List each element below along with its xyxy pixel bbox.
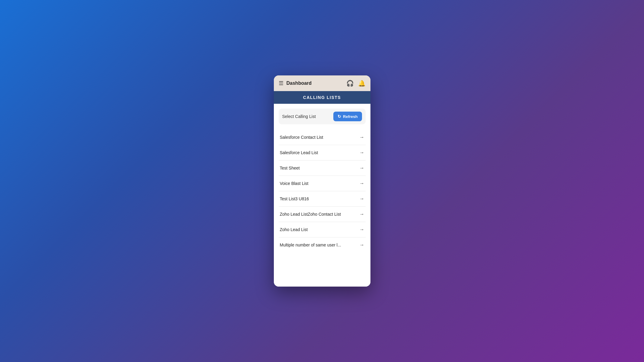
list-item[interactable]: Voice Blast List→ [279, 176, 366, 191]
list-item[interactable]: Zoho Lead List→ [279, 222, 366, 237]
list-item-text: Zoho Lead ListZoho Contact List [280, 212, 341, 217]
select-calling-list-label: Select Calling List [282, 114, 316, 119]
select-calling-list-row: Select Calling List ↻ Refresh [279, 109, 366, 124]
bell-icon[interactable]: 🔔 [358, 80, 366, 87]
list-item-text: Test Sheet [280, 166, 300, 170]
arrow-icon: → [360, 242, 364, 248]
refresh-icon: ↻ [338, 114, 341, 119]
list-item-text: Zoho Lead List [280, 227, 308, 232]
header-icons: 🎧 🔔 [346, 80, 366, 87]
list-item[interactable]: Salesforce Lead List→ [279, 145, 366, 160]
list-item-text: Voice Blast List [280, 181, 309, 186]
refresh-button[interactable]: ↻ Refresh [333, 112, 362, 121]
list-item-text: Salesforce Lead List [280, 150, 318, 155]
hamburger-icon[interactable]: ☰ [279, 80, 284, 87]
header-title: Dashboard [287, 81, 312, 86]
app-header: ☰ Dashboard 🎧 🔔 [274, 75, 370, 91]
arrow-icon: → [360, 135, 364, 140]
content-area: Select Calling List ↻ Refresh Salesforce… [274, 104, 370, 287]
arrow-icon: → [360, 150, 364, 155]
headset-icon[interactable]: 🎧 [346, 80, 354, 87]
arrow-icon: → [360, 181, 364, 186]
arrow-icon: → [360, 196, 364, 202]
calling-list: Salesforce Contact List→Salesforce Lead … [279, 130, 366, 252]
header-left: ☰ Dashboard [279, 80, 312, 87]
list-item[interactable]: Test Sheet→ [279, 160, 366, 176]
list-item-text: Multiple number of same user l... [280, 243, 341, 247]
phone-container: ☰ Dashboard 🎧 🔔 CALLING LISTS Select Cal… [274, 75, 370, 287]
list-item-text: Salesforce Contact List [280, 135, 323, 140]
refresh-button-label: Refresh [343, 114, 357, 119]
list-item[interactable]: Salesforce Contact List→ [279, 130, 366, 145]
list-item-text: Test List3 U816 [280, 196, 309, 201]
list-item[interactable]: Multiple number of same user l...→ [279, 237, 366, 252]
page-title: CALLING LISTS [303, 95, 341, 100]
arrow-icon: → [360, 211, 364, 217]
arrow-icon: → [360, 227, 364, 232]
arrow-icon: → [360, 165, 364, 171]
list-item[interactable]: Test List3 U816→ [279, 191, 366, 207]
list-item[interactable]: Zoho Lead ListZoho Contact List→ [279, 207, 366, 222]
page-title-bar: CALLING LISTS [274, 91, 370, 104]
